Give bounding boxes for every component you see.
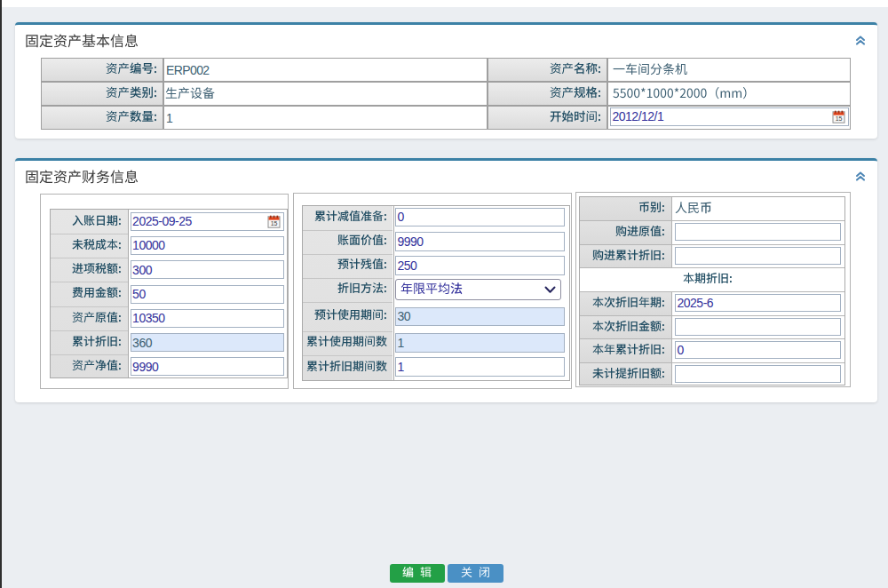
svg-text:15: 15 [835,115,842,122]
svg-text:15: 15 [270,220,277,226]
